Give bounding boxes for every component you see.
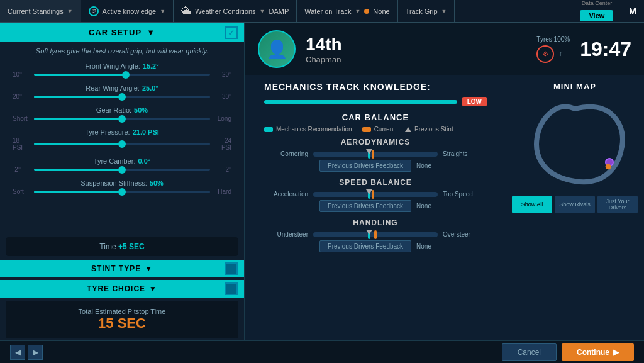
mechanics-title: MECHANICS TRACK KNOWLEDGE: — [264, 82, 487, 92]
pitstop-label: Total Estimated Pitstop Time — [13, 308, 231, 315]
triangle-indicator-2 — [366, 230, 372, 235]
balance-sections: AERODYNAMICS Cornering Straights Previou… — [264, 138, 487, 252]
right-content: MECHANICS TRACK KNOWLEDGE: LOW CAR BALAN… — [245, 75, 644, 340]
driver-info: 14th Chapman — [306, 35, 526, 64]
tyre-choice-header[interactable]: TYRE CHOICE ▼ — [0, 280, 244, 298]
tyre-choice-icon — [225, 282, 238, 295]
tyre-icons: ⚙ ↑ — [536, 45, 562, 63]
slider-thumb-0[interactable] — [122, 71, 130, 79]
cancel-button[interactable]: Cancel — [502, 343, 557, 361]
weather-icon: 🌥 — [181, 6, 191, 17]
nav-right-arrow[interactable]: ▶ — [28, 345, 43, 360]
time-display: Time +5 SEC — [6, 237, 238, 256]
active-knowledge-dropdown[interactable]: ⏱ Active knowledge ▼ — [81, 0, 174, 22]
slider-label-0: Front Wing Angle: 15.2° — [13, 62, 231, 70]
slider-track-2[interactable] — [34, 118, 210, 120]
main-content: CAR SETUP ▼ ✓ Soft tyres give the best o… — [0, 23, 644, 340]
center-content: MECHANICS TRACK KNOWLEDGE: LOW CAR BALAN… — [245, 75, 506, 340]
water-arrow: ▼ — [355, 8, 360, 14]
slider-label-5: Suspension Stiffness: 50% — [13, 179, 231, 187]
slider-fill-0 — [34, 74, 126, 76]
car-setup-title: CAR SETUP — [89, 28, 142, 37]
balance-slider-2: Understeer Oversteer — [264, 231, 487, 238]
mini-map-title: MINI MAP — [512, 82, 638, 91]
tyre-choice-label: TYRE CHOICE — [87, 284, 145, 293]
legend-previous: Previous Stint — [405, 126, 453, 133]
slider-track-3[interactable] — [34, 143, 210, 145]
right-panel: 👤 14th Chapman Tyres 100% ⚙ ↑ 19:47 — [245, 23, 644, 340]
water-dropdown[interactable]: Water on Track ▼ None — [297, 0, 397, 22]
continue-label: Continue — [577, 348, 609, 357]
map-btn-1[interactable]: Show Rivals — [555, 196, 595, 213]
slider-row-4: Tyre Camber: 0.0° -2° 2° — [13, 157, 231, 173]
track-grip-dropdown[interactable]: Track Grip ▼ — [398, 0, 455, 22]
feedback-none-1: None — [416, 203, 431, 209]
standings-dropdown[interactable]: Current Standings ▼ — [0, 0, 81, 22]
legend-current-label: Current — [374, 126, 395, 133]
triangle-indicator-1 — [366, 189, 372, 194]
balance-track-0[interactable] — [313, 152, 438, 157]
water-dot-icon — [364, 9, 369, 14]
data-center-label: Data Center — [582, 0, 613, 6]
mechanics-bar-row: LOW — [264, 97, 487, 106]
weather-dropdown[interactable]: 🌥 Weather Conditions ▼ DAMP — [174, 0, 297, 22]
map-btn-0[interactable]: Show All — [512, 196, 552, 213]
left-panel: CAR SETUP ▼ ✓ Soft tyres give the best o… — [0, 23, 245, 340]
feedback-row-1: Previous Drivers Feedback None — [264, 200, 487, 212]
feedback-button-0[interactable]: Previous Drivers Feedback — [319, 160, 411, 172]
balance-track-1[interactable] — [313, 192, 438, 197]
time-label: Time — [99, 242, 116, 251]
top-bar: Current Standings ▼ ⏱ Active knowledge ▼… — [0, 0, 644, 23]
logo: M — [621, 6, 644, 16]
nav-left-arrow[interactable]: ◀ — [10, 345, 25, 360]
balance-section-0: AERODYNAMICS Cornering Straights Previou… — [264, 138, 487, 172]
data-center-section: Data Center View — [572, 0, 621, 22]
slider-label-4: Tyre Camber: 0.0° — [13, 157, 231, 165]
view-button[interactable]: View — [580, 10, 613, 21]
orange-indicator-2 — [374, 230, 377, 239]
balance-slider-0: Cornering Straights — [264, 150, 487, 157]
slider-range-2: Short Long — [13, 115, 231, 122]
legend-mechanics: Mechanics Recomendation — [264, 126, 352, 133]
slider-fill-1 — [34, 96, 122, 98]
slider-track-4[interactable] — [34, 169, 210, 171]
slider-track-1[interactable] — [34, 96, 210, 98]
mini-map-svg — [512, 96, 638, 191]
tyre-info: Tyres 100% ⚙ ↑ — [536, 36, 570, 63]
slider-track-5[interactable] — [34, 191, 210, 193]
slider-thumb-1[interactable] — [118, 93, 126, 101]
mini-map-panel: MINI MAP Show AllShow RivalsJust Your Dr… — [506, 75, 644, 340]
feedback-button-1[interactable]: Previous Drivers Feedback — [319, 200, 411, 212]
slider-track-0[interactable] — [34, 74, 210, 76]
slider-row-3: Tyre Pressure: 21.0 PSI 18 PSI 24 PSI — [13, 128, 231, 151]
tyre-icon: ⚙ — [536, 45, 554, 63]
stint-type-header[interactable]: STINT TYPE ▼ — [0, 260, 244, 277]
slider-fill-5 — [34, 191, 122, 193]
weather-condition: DAMP — [269, 8, 289, 15]
slider-fill-4 — [34, 169, 122, 171]
car-balance-section: CAR BALANCE Mechanics Recomendation Curr… — [252, 110, 499, 261]
balance-section-2: HANDLING Understeer Oversteer Previous D… — [264, 218, 487, 252]
balance-title-1: SPEED BALANCE — [264, 178, 487, 187]
time-value: +5 SEC — [118, 242, 145, 251]
map-btn-2[interactable]: Just Your Drivers — [597, 196, 638, 213]
driver-avatar: 👤 — [258, 30, 296, 68]
slider-thumb-2[interactable] — [118, 115, 126, 123]
slider-thumb-4[interactable] — [118, 166, 126, 174]
continue-arrow: ▶ — [613, 348, 619, 357]
mini-map-canvas — [512, 96, 638, 191]
nav-arrows: ◀ ▶ — [10, 345, 43, 360]
balance-track-2[interactable] — [313, 232, 438, 237]
slider-thumb-3[interactable] — [118, 140, 126, 148]
driver-header: 👤 14th Chapman Tyres 100% ⚙ ↑ 19:47 — [245, 23, 644, 75]
legend-previous-label: Previous Stint — [414, 126, 453, 133]
driver-position: 14th — [306, 35, 526, 55]
car-setup-header[interactable]: CAR SETUP ▼ ✓ — [0, 23, 244, 42]
track-grip-arrow: ▼ — [441, 8, 447, 14]
feedback-none-0: None — [416, 162, 431, 169]
feedback-button-2[interactable]: Previous Drivers Feedback — [319, 240, 411, 252]
continue-button[interactable]: Continue ▶ — [562, 343, 634, 361]
bottom-right-buttons: Cancel Continue ▶ — [502, 343, 634, 361]
mechanics-level: LOW — [462, 97, 487, 106]
slider-thumb-5[interactable] — [118, 188, 126, 196]
